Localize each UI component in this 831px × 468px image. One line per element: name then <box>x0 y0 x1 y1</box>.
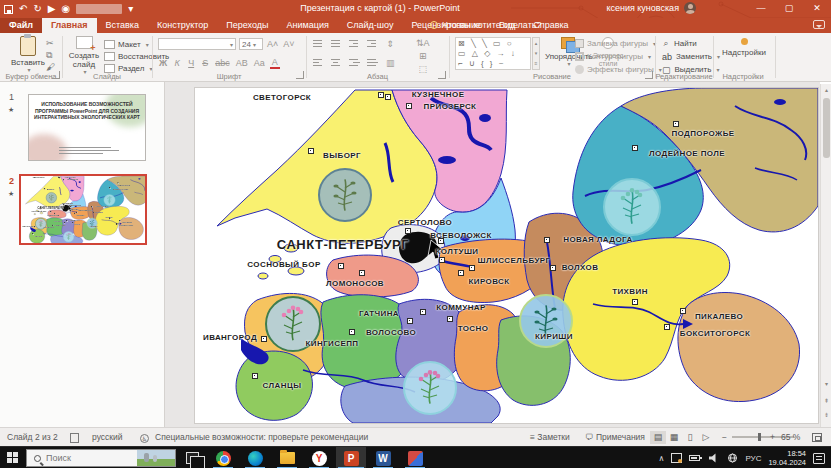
eco-plant-badge-4[interactable] <box>63 231 74 242</box>
island[interactable] <box>258 273 268 279</box>
city-label-СЛАНЦЫ[interactable]: СЛАНЦЫ <box>35 235 43 237</box>
task-view-icon[interactable] <box>186 452 199 464</box>
volume-icon[interactable] <box>709 453 720 463</box>
reading-view-icon[interactable]: ▯ <box>682 431 698 444</box>
city-marker-ТИХВИН[interactable] <box>632 299 638 305</box>
city-label-ГАТЧИНА[interactable]: ГАТЧИНА <box>359 309 399 318</box>
city-marker-ЛОМОНОСОВ[interactable] <box>54 213 55 214</box>
city-marker-ВСЕВОЛОЖСК[interactable] <box>438 238 444 244</box>
city-marker-ПОДПОРОЖЬЕ[interactable] <box>118 183 119 184</box>
city-label-КИНГИСЕПП[interactable]: КИНГИСЕПП <box>306 339 359 348</box>
city-label-КИРОВСК[interactable]: КИРОВСК <box>468 277 509 286</box>
city-label-ВОЛХОВ[interactable]: ВОЛХОВ <box>95 211 102 213</box>
align-center-icon[interactable] <box>331 58 342 67</box>
city-marker-ВОЛХОВ[interactable] <box>93 212 94 213</box>
cut-icon[interactable]: ✂ <box>46 39 55 48</box>
city-marker-ПРИОЗЕРСК[interactable] <box>406 103 412 109</box>
taskbar-photos[interactable] <box>400 447 430 468</box>
city-marker-ВОЛОСОВО[interactable] <box>349 329 355 335</box>
city-label-ЛОМОНОСОВ[interactable]: ЛОМОНОСОВ <box>48 215 60 217</box>
clipboard-dialog-launcher[interactable] <box>52 71 60 79</box>
city-label-ШЛИССЕЛЬБУРГ[interactable]: ШЛИССЕЛЬБУРГ <box>478 256 551 265</box>
city-marker-БОКСИТОГОРСК[interactable] <box>116 224 117 225</box>
city-marker-НОВАЯ ЛАДОГА[interactable] <box>544 237 550 243</box>
city-marker-СВЕТОГОРСК[interactable] <box>378 92 384 98</box>
city-label-ШЛИССЕЛЬБУРГ[interactable]: ШЛИССЕЛЬБУРГ <box>78 210 93 212</box>
vertical-scrollbar[interactable]: ▴ ▾ ⇞ ⇟ <box>820 84 831 427</box>
city-marker-КОММУНАР[interactable] <box>67 221 68 222</box>
city-label-ПРИОЗЕРСК[interactable]: ПРИОЗЕРСК <box>67 179 78 181</box>
city-label-СОСНОВЫЙ БОР[interactable]: СОСНОВЫЙ БОР <box>247 260 320 269</box>
taskbar-yandex[interactable]: Y <box>304 447 334 468</box>
city-label-БОКСИТОГОРСК[interactable]: БОКСИТОГОРСК <box>119 225 133 227</box>
eco-plant-badge-1[interactable] <box>46 192 57 203</box>
comments-toggle[interactable]: 🗩︎ Примечания <box>585 432 645 442</box>
paste-button[interactable]: Вставить▾ <box>8 36 48 74</box>
tab-Переходы[interactable]: Переходы <box>217 18 277 33</box>
notes-page-icon[interactable] <box>70 432 79 444</box>
city-marker-ВОЛХОВ[interactable] <box>550 265 556 271</box>
district-boksitogorsk[interactable] <box>678 293 800 402</box>
city-label-ВОЛОСОВО[interactable]: ВОЛОСОВО <box>56 224 66 226</box>
normal-view-icon[interactable]: ▤ <box>650 431 666 444</box>
shape-outline-button[interactable]: Контур фигуры▾ <box>575 50 662 63</box>
accessibility-status[interactable]: Специальные возможности: проверьте реком… <box>155 432 368 442</box>
copy-icon[interactable]: ⧉ <box>46 51 55 60</box>
city-label-КИРИШИ[interactable]: КИРИШИ <box>90 225 98 227</box>
city-marker-КОЛТУШИ[interactable] <box>70 210 71 211</box>
city-label-ВЫБОРГ[interactable]: ВЫБОРГ <box>47 189 55 191</box>
font-name-combo[interactable]: ▾ <box>158 38 236 50</box>
find-button[interactable]: ⌕Найти <box>661 37 720 50</box>
tab-Конструктор[interactable]: Конструктор <box>148 18 217 33</box>
city-marker-СОСНОВЫЙ БОР[interactable] <box>338 263 344 269</box>
city-label-СЛАНЦЫ[interactable]: СЛАНЦЫ <box>263 381 302 390</box>
tab-Главная[interactable]: Главная <box>42 18 97 33</box>
city-label-ЛОДЕЙНОЕ ПОЛЕ[interactable]: ЛОДЕЙНОЕ ПОЛЕ <box>113 188 128 190</box>
city-label-КОММУНАР[interactable]: КОММУНАР <box>436 303 486 312</box>
slide-canvas[interactable]: СВЕТОГОРСККУЗНЕЧНОЕПРИОЗЕРСКВЫБОРГСЕРТОЛ… <box>195 88 818 423</box>
city-marker-КУЗНЕЧНОЕ[interactable] <box>59 177 60 178</box>
scrollbar-thumb[interactable] <box>823 98 830 158</box>
align-text-icon[interactable]: ⊞ <box>415 51 431 61</box>
taskbar-edge[interactable] <box>240 447 270 468</box>
city-label-СЕРТОЛОВО[interactable]: СЕРТОЛОВО <box>398 218 452 227</box>
previous-slide-icon[interactable]: ⇞ <box>821 396 831 407</box>
city-marker-ПОДПОРОЖЬЕ[interactable] <box>673 121 679 127</box>
eco-plant-badge-4[interactable] <box>404 362 456 414</box>
city-marker-НОВАЯ ЛАДОГА[interactable] <box>92 206 93 207</box>
zoom-in-icon[interactable]: + <box>770 432 775 442</box>
city-label-ГАТЧИНА[interactable]: ГАТЧИНА <box>54 221 62 223</box>
city-marker-ПРИОЗЕРСК[interactable] <box>64 179 65 180</box>
taskbar-search[interactable] <box>26 449 176 467</box>
new-slide-button[interactable]: Создать слайд▾ <box>66 36 102 76</box>
notification-center-icon[interactable] <box>813 453 825 464</box>
city-marker-СЛАНЦЫ[interactable] <box>252 373 258 379</box>
city-label-НОВАЯ ЛАДОГА[interactable]: НОВАЯ ЛАДОГА <box>96 206 110 208</box>
decrease-indent-icon[interactable] <box>349 39 360 48</box>
tab-Файл[interactable]: Файл <box>0 18 42 33</box>
font-style-button-Ч[interactable]: Ч <box>186 58 196 68</box>
city-label-ТОСНО[interactable]: ТОСНО <box>458 324 489 333</box>
font-style-button-К[interactable]: К <box>172 58 182 68</box>
city-marker-КУЗНЕЧНОЕ[interactable] <box>385 94 391 100</box>
justify-icon[interactable] <box>367 58 378 67</box>
tray-expand-icon[interactable]: ∧ <box>659 454 665 463</box>
scroll-up-icon[interactable]: ▴ <box>821 85 831 96</box>
grow-font-icon[interactable]: A˄ <box>266 39 279 49</box>
eco-plant-badge-2[interactable] <box>604 179 660 235</box>
city-marker-ВЫБОРГ[interactable] <box>308 148 314 154</box>
tab-Слайд-шоу[interactable]: Слайд-шоу <box>338 18 403 33</box>
text-direction-icon[interactable]: ⇅A <box>415 38 431 48</box>
city-label-ВЫБОРГ[interactable]: ВЫБОРГ <box>323 151 361 160</box>
city-marker-ШЛИССЕЛЬБУРГ[interactable] <box>469 265 475 271</box>
slide2-thumbnail-selected[interactable]: СВЕТОГОРСККУЗНЕЧНОЕПРИОЗЕРСКВЫБОРГСЕРТОЛ… <box>19 174 147 245</box>
city-label-ПРИОЗЕРСК[interactable]: ПРИОЗЕРСК <box>424 102 477 111</box>
font-style-button-abc[interactable]: abc <box>214 58 231 68</box>
city-marker-ИВАНГОРОД[interactable] <box>261 336 267 342</box>
network-icon[interactable] <box>727 453 738 463</box>
align-right-icon[interactable] <box>349 58 360 67</box>
start-button[interactable] <box>7 452 19 464</box>
city-label-ВОЛОСОВО[interactable]: ВОЛОСОВО <box>366 328 416 337</box>
city-marker-КИРОВСК[interactable] <box>458 270 464 276</box>
slide-sorter-icon[interactable]: ▦ <box>666 431 682 444</box>
